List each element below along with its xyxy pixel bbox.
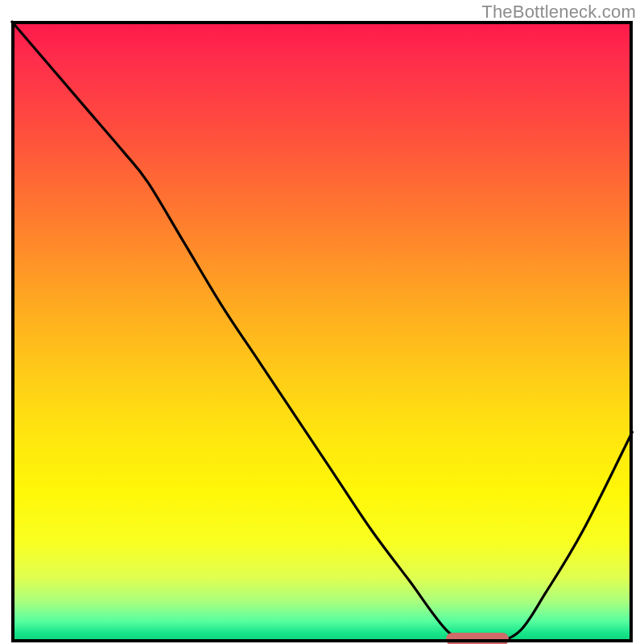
watermark-text: TheBottleneck.com	[481, 2, 636, 23]
chart-plot-area	[11, 21, 633, 642]
optimal-range-marker	[446, 633, 508, 644]
bottleneck-curve-path	[11, 21, 633, 644]
chart-line-svg	[11, 21, 633, 642]
chart-frame	[11, 21, 633, 642]
